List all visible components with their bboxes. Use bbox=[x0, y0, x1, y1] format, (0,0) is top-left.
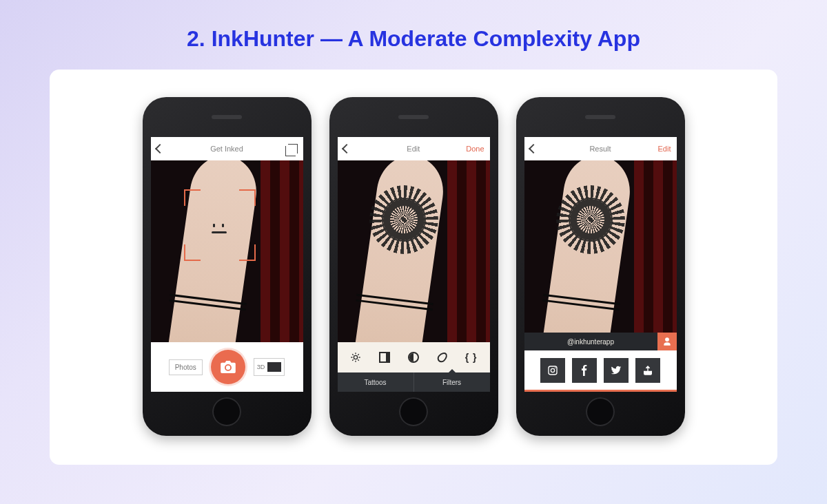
done-button[interactable]: Done bbox=[466, 145, 484, 153]
svg-point-0 bbox=[354, 355, 358, 359]
phone-mock-1: Get Inked Photos 3D bbox=[143, 97, 312, 436]
twitter-icon bbox=[611, 365, 622, 376]
opacity-tool[interactable] bbox=[435, 350, 450, 365]
edit-footer: { } Tattoos Filters bbox=[338, 342, 490, 392]
marker-smile-icon bbox=[212, 224, 227, 233]
crop-icon bbox=[288, 144, 298, 154]
tattoo-overlay bbox=[556, 185, 625, 254]
svg-point-2 bbox=[551, 368, 554, 372]
app-screen-edit: Edit Done { } Tattoo bbox=[338, 137, 490, 392]
app-screen-get-inked: Get Inked Photos 3D bbox=[151, 137, 303, 392]
app-screen-result: Result Edit @inkhunterapp bbox=[524, 137, 677, 392]
brightness-tool[interactable] bbox=[348, 350, 363, 365]
camera-preview[interactable] bbox=[151, 160, 303, 342]
contrast-tool[interactable] bbox=[377, 350, 392, 365]
capture-footer: Photos 3D bbox=[151, 342, 303, 392]
navbar: Get Inked bbox=[151, 137, 303, 160]
photos-button[interactable]: Photos bbox=[169, 359, 203, 375]
background-plaid bbox=[634, 160, 677, 333]
drop-icon bbox=[436, 350, 449, 364]
navbar-title: Get Inked bbox=[174, 145, 280, 153]
camera-icon bbox=[221, 361, 236, 373]
share-row bbox=[524, 350, 677, 392]
tab-tattoos[interactable]: Tattoos bbox=[338, 372, 414, 392]
phone-mock-2: Edit Done { } Tattoo bbox=[329, 97, 498, 436]
sun-icon bbox=[350, 352, 361, 363]
navbar: Edit Done bbox=[338, 137, 490, 160]
instagram-icon bbox=[547, 365, 558, 376]
crop-button[interactable] bbox=[280, 144, 298, 154]
phone-mock-3: Result Edit @inkhunterapp bbox=[516, 97, 685, 436]
back-button[interactable] bbox=[156, 143, 174, 155]
facebook-icon bbox=[579, 365, 590, 376]
showcase-card: Get Inked Photos 3D bbox=[50, 70, 777, 465]
share-twitter[interactable] bbox=[604, 358, 629, 383]
back-arrow-icon bbox=[530, 145, 540, 155]
shutter-button[interactable] bbox=[211, 350, 245, 384]
edit-preview[interactable] bbox=[338, 160, 490, 342]
background-plaid bbox=[261, 160, 303, 342]
share-facebook[interactable] bbox=[572, 358, 597, 383]
contrast-icon bbox=[379, 352, 390, 363]
brackets-icon: { } bbox=[465, 352, 478, 363]
watermark-text: @inkhunterapp bbox=[524, 338, 657, 346]
watermark-bar: @inkhunterapp bbox=[524, 333, 677, 350]
crop-tool[interactable]: { } bbox=[464, 350, 479, 365]
svg-point-3 bbox=[555, 367, 556, 368]
back-arrow-icon bbox=[343, 145, 353, 155]
tattoo-overlay[interactable] bbox=[369, 185, 438, 254]
navbar: Result Edit bbox=[524, 137, 677, 160]
result-preview bbox=[524, 160, 677, 333]
back-arrow-icon bbox=[156, 145, 166, 155]
3d-toggle[interactable]: 3D bbox=[254, 358, 285, 376]
navbar-title: Edit bbox=[361, 145, 467, 153]
halftone-tool[interactable] bbox=[406, 350, 421, 365]
export-icon bbox=[642, 365, 653, 376]
tool-row: { } bbox=[338, 342, 490, 372]
edit-button[interactable]: Edit bbox=[653, 145, 671, 153]
share-instagram[interactable] bbox=[540, 358, 565, 383]
user-badge[interactable] bbox=[657, 333, 677, 350]
tab-row: Tattoos Filters bbox=[338, 372, 490, 392]
user-icon bbox=[662, 337, 672, 346]
tab-filters[interactable]: Filters bbox=[414, 372, 490, 392]
3d-label: 3D bbox=[257, 364, 265, 370]
3d-swatch bbox=[267, 362, 281, 372]
halftone-icon bbox=[408, 352, 419, 363]
page-heading: 2. InkHunter — A Moderate Complexity App bbox=[0, 0, 827, 70]
back-button[interactable] bbox=[530, 143, 548, 155]
navbar-title: Result bbox=[548, 145, 653, 153]
share-export[interactable] bbox=[635, 358, 660, 383]
background-plaid bbox=[447, 160, 490, 342]
result-footer: @inkhunterapp bbox=[524, 333, 677, 392]
back-button[interactable] bbox=[343, 143, 361, 155]
